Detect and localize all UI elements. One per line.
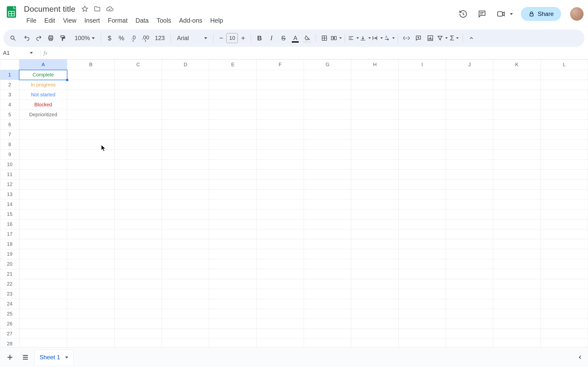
row-header-19[interactable]: 19 — [0, 249, 19, 259]
cell-J2[interactable] — [446, 80, 493, 90]
cell-E18[interactable] — [209, 239, 256, 249]
cell-D4[interactable] — [162, 100, 209, 110]
borders-icon[interactable] — [318, 32, 330, 44]
cell-I5[interactable] — [398, 110, 446, 120]
cell-B9[interactable] — [67, 150, 114, 160]
vertical-align-icon[interactable] — [359, 32, 371, 44]
cell-F28[interactable] — [256, 339, 304, 348]
cell-C11[interactable] — [114, 170, 162, 180]
cell-F21[interactable] — [256, 269, 304, 279]
cell-A24[interactable] — [19, 299, 67, 309]
cell-J12[interactable] — [446, 180, 493, 189]
cell-C27[interactable] — [114, 329, 162, 339]
row-header-10[interactable]: 10 — [0, 160, 19, 170]
cell-K9[interactable] — [493, 150, 540, 160]
cell-A21[interactable] — [19, 269, 67, 279]
cell-B28[interactable] — [67, 339, 114, 348]
cell-F5[interactable] — [256, 110, 304, 120]
cell-G23[interactable] — [304, 289, 351, 299]
cell-L25[interactable] — [540, 309, 588, 319]
cell-A5[interactable]: Deprioritized — [19, 110, 67, 120]
cell-I10[interactable] — [398, 160, 446, 170]
cell-F3[interactable] — [256, 90, 304, 100]
cell-E19[interactable] — [209, 249, 256, 259]
cell-J23[interactable] — [446, 289, 493, 299]
decrease-decimal-icon[interactable]: .0 — [127, 32, 139, 44]
cell-E13[interactable] — [209, 189, 256, 199]
cell-F18[interactable] — [256, 239, 304, 249]
cell-J17[interactable] — [446, 229, 493, 239]
cell-A27[interactable] — [19, 329, 67, 339]
cell-I4[interactable] — [398, 100, 446, 110]
insert-chart-icon[interactable] — [424, 32, 436, 44]
menu-file[interactable]: File — [23, 15, 40, 26]
cell-F15[interactable] — [256, 209, 304, 219]
cell-A6[interactable] — [19, 120, 67, 130]
cell-L26[interactable] — [540, 319, 588, 329]
cell-J21[interactable] — [446, 269, 493, 279]
cell-B20[interactable] — [67, 259, 114, 269]
cell-A20[interactable] — [19, 259, 67, 269]
cell-H1[interactable] — [351, 70, 398, 80]
cell-I6[interactable] — [398, 120, 446, 130]
cell-A23[interactable] — [19, 289, 67, 299]
cell-E16[interactable] — [209, 219, 256, 229]
cell-F13[interactable] — [256, 189, 304, 199]
cell-F4[interactable] — [256, 100, 304, 110]
cell-I16[interactable] — [398, 219, 446, 229]
row-header-3[interactable]: 3 — [0, 90, 19, 100]
cell-J3[interactable] — [446, 90, 493, 100]
cell-G22[interactable] — [304, 279, 351, 289]
cell-H6[interactable] — [351, 120, 398, 130]
cell-D20[interactable] — [162, 259, 209, 269]
cell-G13[interactable] — [304, 189, 351, 199]
cell-G20[interactable] — [304, 259, 351, 269]
cell-F1[interactable] — [256, 70, 304, 80]
cell-G3[interactable] — [304, 90, 351, 100]
cell-C15[interactable] — [114, 209, 162, 219]
cell-F16[interactable] — [256, 219, 304, 229]
row-header-14[interactable]: 14 — [0, 199, 19, 209]
cell-D11[interactable] — [162, 170, 209, 180]
cell-C13[interactable] — [114, 189, 162, 199]
zoom-dropdown[interactable]: 100% — [71, 32, 98, 44]
cell-B18[interactable] — [67, 239, 114, 249]
cell-A11[interactable] — [19, 170, 67, 180]
functions-icon[interactable]: Σ — [448, 32, 460, 44]
explore-toggle-icon[interactable] — [576, 353, 585, 362]
cell-G16[interactable] — [304, 219, 351, 229]
cell-B19[interactable] — [67, 249, 114, 259]
cell-K11[interactable] — [493, 170, 540, 180]
account-avatar[interactable] — [570, 7, 584, 21]
cell-C25[interactable] — [114, 309, 162, 319]
cell-K4[interactable] — [493, 100, 540, 110]
cell-K23[interactable] — [493, 289, 540, 299]
cell-L6[interactable] — [540, 120, 588, 130]
menu-tools[interactable]: Tools — [153, 15, 175, 26]
row-header-16[interactable]: 16 — [0, 219, 19, 229]
cell-B26[interactable] — [67, 319, 114, 329]
cell-H11[interactable] — [351, 170, 398, 180]
formula-input[interactable] — [48, 49, 588, 57]
cell-G19[interactable] — [304, 249, 351, 259]
cell-B4[interactable] — [67, 100, 114, 110]
col-header-G[interactable]: G — [304, 60, 351, 70]
cell-H28[interactable] — [351, 339, 398, 348]
cell-G17[interactable] — [304, 229, 351, 239]
cell-K14[interactable] — [493, 199, 540, 209]
cell-B11[interactable] — [67, 170, 114, 180]
row-header-5[interactable]: 5 — [0, 110, 19, 120]
cell-G27[interactable] — [304, 329, 351, 339]
filter-icon[interactable] — [436, 32, 448, 44]
cell-L14[interactable] — [540, 199, 588, 209]
meet-icon[interactable] — [495, 8, 507, 20]
cell-K10[interactable] — [493, 160, 540, 170]
cell-I22[interactable] — [398, 279, 446, 289]
cell-A25[interactable] — [19, 309, 67, 319]
cell-E23[interactable] — [209, 289, 256, 299]
move-folder-icon[interactable] — [93, 5, 101, 13]
cell-G14[interactable] — [304, 199, 351, 209]
cell-J26[interactable] — [446, 319, 493, 329]
cell-B3[interactable] — [67, 90, 114, 100]
cell-L19[interactable] — [540, 249, 588, 259]
